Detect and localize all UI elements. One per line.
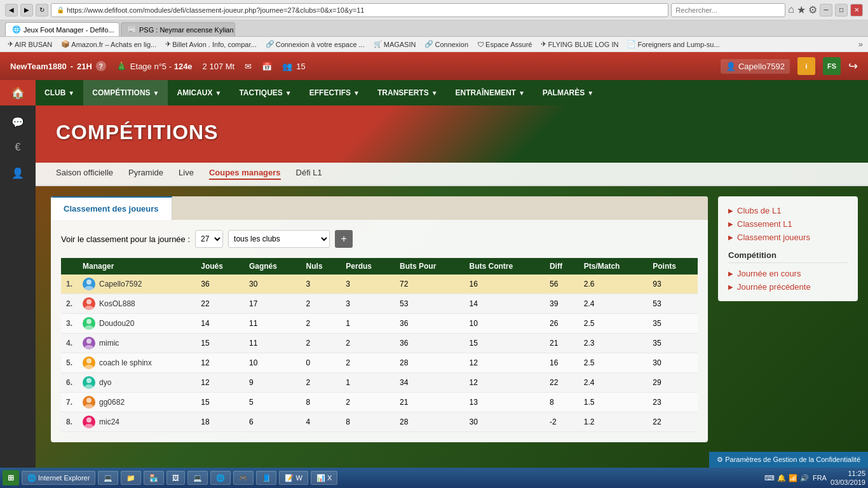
- help-icon[interactable]: ?: [96, 61, 106, 71]
- bookmarks-more[interactable]: »: [858, 39, 863, 49]
- taskbar-fb[interactable]: 📘: [256, 471, 276, 485]
- manager-name[interactable]: mic24: [99, 417, 119, 426]
- tab-1-close[interactable]: ✕: [119, 26, 119, 33]
- bookmark-magasin[interactable]: 🛒 MAGASIN: [371, 39, 419, 50]
- nav-transferts[interactable]: TRANSFERTS ▼: [369, 80, 447, 105]
- nuls-cell: 2: [301, 334, 341, 353]
- nav-tactiques[interactable]: TACTIQUES ▼: [230, 80, 300, 105]
- sub-nav-saison[interactable]: Saison officielle: [56, 168, 113, 180]
- joues-cell: 15: [196, 334, 244, 353]
- taskbar-browser2[interactable]: 🌐: [210, 471, 231, 485]
- settings-icon[interactable]: ⚙: [808, 4, 817, 16]
- bookmark-assure[interactable]: 🛡 Espace Assuré: [475, 39, 534, 50]
- manager-name[interactable]: mimic: [99, 339, 119, 348]
- manager-name[interactable]: Capello7592: [99, 280, 142, 288]
- nav-effectifs[interactable]: EFFECTIFS ▼: [301, 80, 369, 105]
- taskbar-store[interactable]: 🏪: [144, 471, 164, 485]
- col-buts-contre: Buts Contre: [465, 258, 545, 274]
- user-icon: 👤: [726, 62, 736, 71]
- joues-cell: 14: [196, 314, 244, 334]
- mail-item[interactable]: ✉: [245, 62, 252, 71]
- nav-entrainement[interactable]: ENTRAÎNEMENT ▼: [447, 80, 534, 105]
- taskbar-system-icons: ⌨ 🔔 📶 🔊: [764, 474, 809, 482]
- calendar-item[interactable]: 📅: [262, 62, 272, 71]
- buts-contre-cell: 12: [465, 353, 545, 373]
- sub-nav: Saison officielle Pyramide Live Coupes m…: [36, 163, 868, 186]
- svg-point-3: [85, 306, 93, 310]
- taskbar-photos[interactable]: 🖼: [166, 471, 185, 485]
- sidebar-chat-icon[interactable]: 💬: [5, 111, 31, 133]
- gagnes-cell: 11: [244, 334, 301, 353]
- forward-button[interactable]: ▶: [20, 4, 33, 17]
- bookmark-foreigners[interactable]: 📄 Foreigners and Lump-su...: [625, 39, 722, 50]
- gold-icon: i: [797, 57, 815, 75]
- side-link-classement-l1[interactable]: ▶ Classement L1: [728, 217, 848, 231]
- bookmark-flyingblue[interactable]: ✈ FLYING BLUE LOG IN: [538, 39, 621, 50]
- table-row: 2. KosOL888 22 17 2 3 53 14 39 2.4 53: [61, 294, 698, 314]
- bookmark-amazon[interactable]: 📦 Amazon.fr – Achats en lig...: [58, 39, 159, 50]
- manager-name[interactable]: dyo: [99, 378, 111, 387]
- side-link-classement-joueurs[interactable]: ▶ Classement joueurs: [728, 231, 848, 244]
- home-icon[interactable]: ⌂: [788, 4, 794, 16]
- taskbar-excel[interactable]: 📊 X: [311, 471, 337, 485]
- side-link-journee-precedente[interactable]: ▶ Journée précédente: [728, 280, 848, 294]
- manager-name[interactable]: gg0682: [99, 398, 125, 407]
- taskbar-game[interactable]: 🎮: [233, 471, 254, 485]
- url-bar[interactable]: 🔒 https://www.defifoot.com/modules/defi/…: [51, 3, 668, 17]
- bookmark-airbusan[interactable]: ✈ AIR BUSAN: [5, 39, 55, 50]
- sidebar-user-icon[interactable]: 👤: [5, 161, 31, 184]
- minimize-button[interactable]: ─: [820, 4, 832, 17]
- filter-add-button[interactable]: +: [335, 230, 353, 248]
- bookmark-billet[interactable]: ✈ Billet Avion . Info, compar...: [163, 39, 259, 50]
- taskbar-ie[interactable]: 🌐 Internet Explorer: [22, 471, 95, 485]
- browser-tabs: 🌐 Jeux Foot Manager - Defifo... ✕ 📰 PSG …: [0, 20, 868, 37]
- side-card: ▶ Clubs de L1 ▶ Classement L1 ▶ Classeme…: [718, 196, 858, 301]
- nav-competitions[interactable]: COMPÉTITIONS ▼: [83, 80, 168, 105]
- refresh-button[interactable]: ↻: [36, 4, 48, 17]
- nav-amicaux[interactable]: AMICAUX ▼: [168, 80, 230, 105]
- taskbar-app2[interactable]: 💻: [187, 471, 208, 485]
- sidebar-euro-icon[interactable]: €: [5, 136, 31, 159]
- nav-palmares[interactable]: PALMARÈS ▼: [534, 80, 602, 105]
- bookmark-connexion2[interactable]: 🔗 Connexion: [422, 39, 471, 50]
- sub-nav-defi[interactable]: Défi L1: [296, 168, 322, 180]
- manager-name[interactable]: KosOL888: [99, 299, 135, 308]
- side-link-clubs-l1[interactable]: ▶ Clubs de L1: [728, 204, 848, 217]
- manager-name[interactable]: Doudou20: [99, 319, 134, 328]
- svg-point-8: [86, 358, 92, 363]
- start-button[interactable]: ⊞: [3, 470, 19, 485]
- nav-club[interactable]: CLUB ▼: [36, 80, 83, 105]
- clubs-select[interactable]: tous les clubs: [228, 230, 330, 248]
- fs-icon-item[interactable]: FS: [823, 57, 841, 75]
- sub-nav-coupes[interactable]: Coupes managers: [209, 168, 281, 180]
- panel-tab-classement[interactable]: Classement des joueurs: [51, 196, 172, 220]
- sub-nav-pyramide[interactable]: Pyramide: [128, 168, 163, 180]
- logout-icon-item[interactable]: ↪: [848, 59, 858, 73]
- back-button[interactable]: ◀: [5, 4, 18, 17]
- close-button[interactable]: ✕: [850, 4, 863, 17]
- star-icon[interactable]: ★: [797, 4, 806, 16]
- points-cell: 23: [648, 393, 698, 412]
- browser-search-input[interactable]: [671, 3, 785, 17]
- perdus-cell: 2: [341, 393, 395, 412]
- taskbar-explorer[interactable]: 💻: [98, 471, 118, 485]
- taskbar-word[interactable]: 📝 W: [279, 471, 308, 485]
- bookmark-connexion[interactable]: 🔗 Connexion à votre espace ...: [263, 39, 367, 50]
- gold-icon-item[interactable]: i: [797, 57, 815, 75]
- privacy-bar[interactable]: ⚙ Paramètres de Gestion de la Confidenti…: [709, 452, 868, 468]
- user-badge[interactable]: 👤 Capello7592: [721, 59, 790, 74]
- nav-home-button[interactable]: 🏠: [0, 80, 36, 105]
- sub-nav-live[interactable]: Live: [179, 168, 194, 180]
- points-cell: 30: [648, 353, 698, 373]
- panel-tabs: Classement des joueurs: [51, 196, 708, 220]
- taskbar-right: ⌨ 🔔 📶 🔊 FRA 11:25 03/03/2019: [764, 469, 865, 487]
- points-cell: 53: [648, 294, 698, 314]
- tab-1[interactable]: 🌐 Jeux Foot Manager - Defifo... ✕: [5, 22, 119, 36]
- manager-name[interactable]: coach le sphinx: [99, 358, 152, 367]
- side-link-journee-cours[interactable]: ▶ Journée en cours: [728, 267, 848, 280]
- maximize-button[interactable]: □: [835, 4, 848, 17]
- table-row: 7. gg0682 15 5 8 2 21 13 8 1.5 23: [61, 393, 698, 412]
- journee-select[interactable]: 27: [195, 230, 223, 248]
- tab-2[interactable]: 📰 PSG : Neymar encense Kylian ... ✕: [121, 22, 235, 36]
- taskbar-folder[interactable]: 📁: [121, 471, 141, 485]
